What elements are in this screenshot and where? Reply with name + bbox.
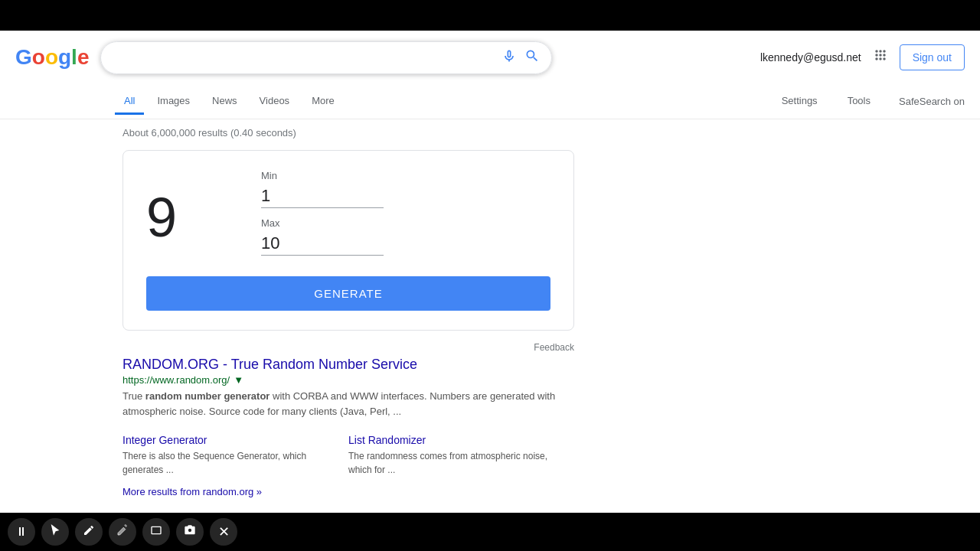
result-1-title[interactable]: RANDOM.ORG - True Random Number Service (122, 357, 559, 373)
mic-button[interactable] (501, 48, 517, 67)
bottom-toolbar: ⏸ ✕ (0, 513, 980, 551)
close-icon: ✕ (218, 523, 230, 540)
result-1: RANDOM.ORG - True Random Number Service … (122, 357, 559, 498)
result-1-url-text: https://www.random.org/ (122, 374, 230, 386)
tab-more[interactable]: More (302, 89, 344, 115)
sub-result-1: Integer Generator There is also the Sequ… (122, 434, 333, 477)
sub-result-2-snippet: The randomness comes from atmospheric no… (348, 449, 559, 477)
pause-button[interactable]: ⏸ (8, 518, 35, 546)
signout-button[interactable]: Sign out (900, 44, 965, 70)
tab-videos[interactable]: Videos (250, 89, 299, 115)
pen-icon (83, 524, 95, 540)
header: Google random number generator lkennedy@… (0, 31, 980, 84)
rectangle-icon (150, 524, 162, 540)
camera-button[interactable] (176, 518, 204, 546)
sub-result-2: List Randomizer The randomness comes fro… (348, 434, 559, 477)
search-input[interactable]: random number generator (113, 51, 494, 64)
result-1-sub-results: Integer Generator There is also the Sequ… (122, 426, 559, 484)
safe-search[interactable]: SafeSearch on (899, 96, 965, 107)
tab-news[interactable]: News (203, 89, 247, 115)
camera-icon (184, 524, 196, 540)
more-results-link[interactable]: More results from random.org » (122, 486, 262, 497)
pause-icon: ⏸ (15, 525, 28, 539)
close-button[interactable]: ✕ (210, 518, 237, 546)
logo-g: G (15, 45, 32, 69)
generated-number: 9 (146, 186, 238, 249)
result-1-url: https://www.random.org/ ▼ (122, 374, 559, 386)
user-email: lkennedy@egusd.net (760, 51, 861, 64)
logo-o1: o (32, 45, 45, 69)
search-button[interactable] (524, 48, 540, 67)
feedback-link[interactable]: Feedback (122, 342, 574, 353)
apps-button[interactable] (873, 47, 888, 67)
min-group: Min (261, 170, 550, 208)
sub-result-1-title[interactable]: Integer Generator (122, 434, 333, 446)
rng-widget: 9 Min Max GENERATE (122, 150, 574, 331)
max-input[interactable] (261, 232, 384, 256)
tab-tools[interactable]: Tools (838, 89, 880, 115)
tab-images[interactable]: Images (148, 89, 199, 115)
sub-result-1-snippet: There is also the Sequence Generator, wh… (122, 449, 333, 477)
marker-button[interactable] (109, 518, 136, 546)
pen-button[interactable] (75, 518, 103, 546)
logo-l: l (71, 45, 77, 69)
pointer-icon (49, 524, 61, 540)
widget-inner: 9 Min Max (146, 170, 550, 265)
sub-result-2-title[interactable]: List Randomizer (348, 434, 559, 446)
google-logo[interactable]: Google (15, 45, 89, 70)
top-bar (0, 0, 980, 31)
result-1-url-arrow: ▼ (234, 374, 243, 386)
max-label: Max (261, 217, 550, 229)
tab-all[interactable]: All (115, 89, 144, 115)
browser-content: Google random number generator lkennedy@… (0, 31, 980, 513)
logo-e: e (77, 45, 90, 69)
results-info: About 6,000,000 results (0.40 seconds) (0, 119, 980, 146)
logo-o2: o (45, 45, 58, 69)
nav-tabs: All Images News Videos More Settings Too… (0, 84, 980, 119)
rectangle-button[interactable] (142, 518, 170, 546)
min-input[interactable] (261, 184, 384, 208)
max-group: Max (261, 217, 550, 256)
generate-button[interactable]: GENERATE (146, 276, 550, 311)
search-bar: random number generator (100, 41, 552, 74)
header-right: lkennedy@egusd.net Sign out (760, 44, 965, 70)
min-label: Min (261, 170, 550, 181)
marker-icon (116, 524, 129, 540)
nav-right: Settings Tools (773, 89, 880, 115)
result-1-snippet: True random number generator with CORBA … (122, 389, 559, 419)
widget-controls: Min Max (261, 170, 550, 265)
tab-settings[interactable]: Settings (773, 89, 827, 115)
svg-rect-0 (152, 527, 161, 533)
logo-g2: g (58, 45, 71, 69)
pointer-button[interactable] (41, 518, 69, 546)
